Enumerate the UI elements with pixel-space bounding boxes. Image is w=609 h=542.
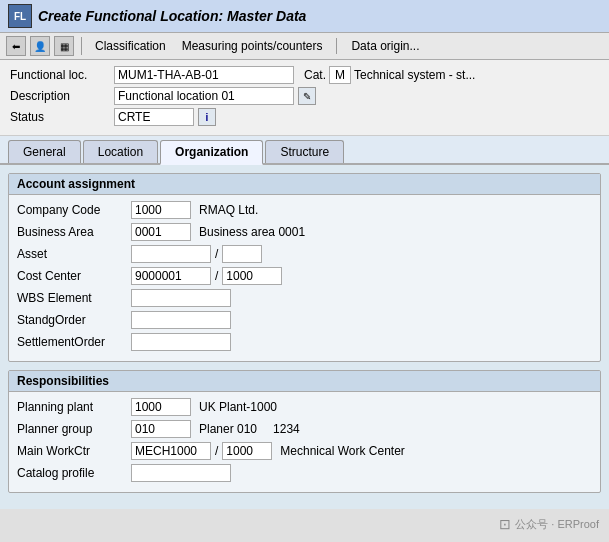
- asset-sub-input[interactable]: [222, 245, 262, 263]
- menu-measuring-points[interactable]: Measuring points/counters: [176, 37, 329, 55]
- company-code-input[interactable]: [131, 201, 191, 219]
- description-label: Description: [10, 89, 110, 103]
- responsibilities-title: Responsibilities: [9, 371, 600, 392]
- tab-structure[interactable]: Structure: [265, 140, 344, 163]
- tab-general[interactable]: General: [8, 140, 81, 163]
- planning-plant-name: UK Plant-1000: [199, 400, 277, 414]
- account-assignment-body: Company Code RMAQ Ltd. Business Area Bus…: [9, 195, 600, 361]
- watermark: ⊡ 公众号 · ERProof: [499, 516, 599, 532]
- tech-system-label: Technical system - st...: [354, 68, 475, 82]
- asset-row: Asset /: [17, 245, 592, 263]
- cat-section: Cat. Technical system - st...: [304, 66, 475, 84]
- company-code-row: Company Code RMAQ Ltd.: [17, 201, 592, 219]
- title-bar: FL Create Functional Location: Master Da…: [0, 0, 609, 33]
- description-input[interactable]: [114, 87, 294, 105]
- planner-group-input[interactable]: [131, 420, 191, 438]
- functional-loc-input[interactable]: [114, 66, 294, 84]
- main-workctr-input[interactable]: [131, 442, 211, 460]
- cost-center-sub-input[interactable]: [222, 267, 282, 285]
- info-button[interactable]: i: [198, 108, 216, 126]
- tabs-bar: General Location Organization Structure: [0, 136, 609, 165]
- functional-loc-label: Functional loc.: [10, 68, 110, 82]
- standg-order-label: StandgOrder: [17, 313, 127, 327]
- main-workctr-label: Main WorkCtr: [17, 444, 127, 458]
- page-title: Create Functional Location: Master Data: [38, 8, 306, 24]
- cost-center-slash: /: [215, 269, 218, 283]
- functional-loc-row: Functional loc. Cat. Technical system - …: [10, 66, 599, 84]
- wbs-element-label: WBS Element: [17, 291, 127, 305]
- planning-plant-row: Planning plant UK Plant-1000: [17, 398, 592, 416]
- wbs-element-input[interactable]: [131, 289, 231, 307]
- planner-group-label: Planner group: [17, 422, 127, 436]
- tab-location[interactable]: Location: [83, 140, 158, 163]
- main-workctr-name: Mechnical Work Center: [280, 444, 405, 458]
- menu-separator: [336, 38, 337, 54]
- main-workctr-slash: /: [215, 444, 218, 458]
- toolbar-separator: [81, 37, 82, 55]
- responsibilities-section: Responsibilities Planning plant UK Plant…: [8, 370, 601, 493]
- settlement-order-label: SettlementOrder: [17, 335, 127, 349]
- main-workctr-row: Main WorkCtr / Mechnical Work Center: [17, 442, 592, 460]
- content-area: Account assignment Company Code RMAQ Ltd…: [0, 165, 609, 509]
- responsibilities-body: Planning plant UK Plant-1000 Planner gro…: [9, 392, 600, 492]
- asset-label: Asset: [17, 247, 127, 261]
- tab-organization[interactable]: Organization: [160, 140, 263, 165]
- wechat-icon: ⊡: [499, 516, 511, 532]
- menu-classification[interactable]: Classification: [89, 37, 172, 55]
- planning-plant-input[interactable]: [131, 398, 191, 416]
- menu-data-origin[interactable]: Data origin...: [345, 37, 425, 55]
- settlement-order-input[interactable]: [131, 333, 231, 351]
- planner-group-extra: 1234: [273, 422, 300, 436]
- grid-icon-btn[interactable]: ▦: [54, 36, 74, 56]
- settlement-order-row: SettlementOrder: [17, 333, 592, 351]
- description-row: Description ✎: [10, 87, 599, 105]
- status-row: Status i: [10, 108, 599, 126]
- cost-center-input[interactable]: [131, 267, 211, 285]
- watermark-text: 公众号 · ERProof: [515, 517, 599, 532]
- company-code-label: Company Code: [17, 203, 127, 217]
- person-icon-btn[interactable]: 👤: [30, 36, 50, 56]
- business-area-row: Business Area Business area 0001: [17, 223, 592, 241]
- back-button[interactable]: ⬅: [6, 36, 26, 56]
- asset-input[interactable]: [131, 245, 211, 263]
- catalog-profile-input[interactable]: [131, 464, 231, 482]
- asset-slash: /: [215, 247, 218, 261]
- catalog-profile-label: Catalog profile: [17, 466, 127, 480]
- catalog-profile-row: Catalog profile: [17, 464, 592, 482]
- cat-label: Cat.: [304, 68, 326, 82]
- planner-group-name: Planer 010: [199, 422, 257, 436]
- cost-center-label: Cost Center: [17, 269, 127, 283]
- account-assignment-section: Account assignment Company Code RMAQ Ltd…: [8, 173, 601, 362]
- business-area-input[interactable]: [131, 223, 191, 241]
- edit-button[interactable]: ✎: [298, 87, 316, 105]
- business-area-label: Business Area: [17, 225, 127, 239]
- business-area-name: Business area 0001: [199, 225, 305, 239]
- main-workctr-sub-input[interactable]: [222, 442, 272, 460]
- account-assignment-title: Account assignment: [9, 174, 600, 195]
- status-input[interactable]: [114, 108, 194, 126]
- wbs-element-row: WBS Element: [17, 289, 592, 307]
- app-icon: FL: [8, 4, 32, 28]
- toolbar: ⬅ 👤 ▦ Classification Measuring points/co…: [0, 33, 609, 60]
- header-section: Functional loc. Cat. Technical system - …: [0, 60, 609, 136]
- status-label: Status: [10, 110, 110, 124]
- planning-plant-label: Planning plant: [17, 400, 127, 414]
- cost-center-row: Cost Center /: [17, 267, 592, 285]
- app-icon-label: FL: [14, 11, 26, 22]
- standg-order-row: StandgOrder: [17, 311, 592, 329]
- cat-input[interactable]: [329, 66, 351, 84]
- company-code-name: RMAQ Ltd.: [199, 203, 258, 217]
- planner-group-row: Planner group Planer 010 1234: [17, 420, 592, 438]
- standg-order-input[interactable]: [131, 311, 231, 329]
